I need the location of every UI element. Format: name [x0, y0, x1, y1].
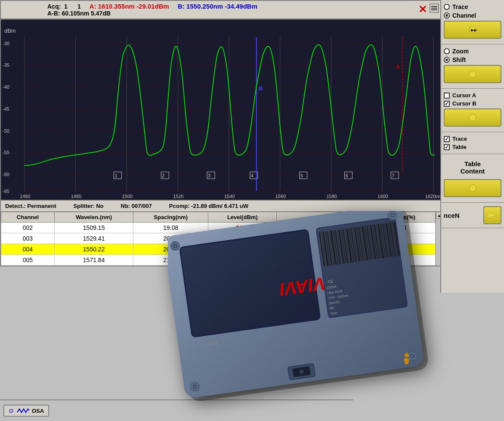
svg-text:B: B: [259, 85, 263, 92]
zoom-btn-icon: [466, 70, 479, 78]
cursor-b-label: Cursor B: [452, 100, 476, 107]
cursor-section: Cursor A ✓ Cursor B: [441, 89, 504, 132]
cell-channel: 004: [1, 244, 55, 255]
osa-wave-icon: ⊙: [9, 407, 14, 414]
cursor-a-checkbox[interactable]: [444, 93, 450, 99]
detect-info: Detect.: Permanent: [5, 203, 56, 209]
cell-channel: 005: [1, 255, 55, 266]
svg-text:-45: -45: [3, 106, 9, 111]
shift-radio-circle[interactable]: [444, 57, 450, 63]
table-content-btn[interactable]: [444, 179, 501, 197]
channel-mode-radio[interactable]: Channel: [444, 12, 501, 19]
splitter-info: Splitter: No: [73, 203, 103, 209]
trace-radio-circle[interactable]: [444, 4, 450, 10]
svg-text:-40: -40: [3, 84, 9, 90]
svg-line-122: [195, 385, 195, 388]
advance-icon: [486, 211, 499, 220]
cursor-a-check[interactable]: Cursor A: [444, 92, 501, 99]
mode-section: Trace Channel ▶▶: [441, 0, 504, 44]
svg-text:1540: 1540: [224, 194, 235, 199]
svg-text:7: 7: [392, 173, 394, 178]
svg-text:1560: 1560: [275, 194, 286, 199]
nb-info: Nb: 007/007: [121, 203, 152, 209]
zoom-shift-section: Zoom Shift: [441, 44, 504, 89]
detect-bar: Detect.: Permanent Splitter: No Nb: 007/…: [1, 200, 442, 212]
cursor-btn[interactable]: [444, 108, 501, 127]
cell-channel: 002: [1, 223, 55, 233]
cursor-b-checkbox[interactable]: ✓: [444, 101, 450, 107]
svg-line-114: [175, 245, 176, 247]
svg-text:1520: 1520: [173, 194, 183, 199]
svg-text:3: 3: [208, 173, 210, 178]
svg-text:2: 2: [162, 173, 164, 178]
svg-text:1600: 1600: [377, 194, 388, 199]
svg-text:1480: 1480: [71, 194, 81, 199]
cursor-b-check[interactable]: ✓ Cursor B: [444, 100, 501, 107]
svg-line-126: [412, 355, 413, 357]
trace-table-group: ✓ Trace ✓ Table: [444, 136, 501, 150]
svg-line-118: [393, 214, 393, 217]
svg-text:-65: -65: [3, 189, 9, 194]
svg-marker-58: [488, 213, 497, 218]
svg-text:-55: -55: [3, 150, 9, 155]
svg-text:CE: CE: [328, 279, 334, 284]
zoom-radio[interactable]: Zoom: [444, 48, 501, 55]
svg-text:1580: 1580: [327, 194, 337, 199]
trace-mode-radio[interactable]: Trace: [444, 3, 501, 10]
svg-text:-35: -35: [3, 62, 9, 68]
header-bar: Acq: 1 1 A: 1610.355nm -29.01dBm B: 1550…: [1, 1, 442, 19]
mode-action-btn[interactable]: ▶▶: [444, 21, 501, 39]
svg-text:4: 4: [251, 173, 254, 178]
cell-channel: 003: [1, 233, 55, 244]
menu-icon[interactable]: [430, 3, 439, 13]
trace-check[interactable]: ✓ Trace: [444, 136, 501, 142]
svg-text:-60: -60: [3, 172, 9, 177]
svg-text:A: A: [396, 64, 400, 70]
svg-point-130: [405, 353, 409, 357]
table-check-label: Table: [452, 144, 467, 150]
acq-info: Acq: 1 1: [47, 3, 81, 10]
shift-radio[interactable]: Shift: [444, 56, 501, 63]
svg-point-56: [469, 114, 476, 121]
ab-diff: A-B: 60.105nm 5.47dB: [47, 10, 111, 17]
table-content-section: Table Content: [441, 154, 504, 203]
osa-tab[interactable]: ⊙ OSA: [3, 405, 49, 417]
table-check[interactable]: ✓ Table: [444, 144, 501, 150]
cell-wavelen: 1571.84: [54, 255, 133, 266]
osa-tab-label: OSA: [32, 408, 44, 414]
svg-point-55: [469, 71, 476, 77]
zoom-shift-btn[interactable]: [444, 65, 501, 83]
svg-text:1: 1: [114, 173, 117, 178]
svg-text:1460: 1460: [20, 194, 30, 199]
svg-text:-50: -50: [3, 128, 9, 133]
device-image: VIAVI CE COSA Fiber M125 1200 - 1625nm 2…: [168, 211, 461, 413]
trace-checkbox[interactable]: ✓: [444, 136, 450, 142]
cursor-group: Cursor A ✓ Cursor B: [444, 92, 501, 107]
cursor-b-info: B: 1550.250nm -34.49dBm: [178, 3, 257, 10]
chart-svg: dBm -30 -35 -40 -45 -50 -55 -60 -65: [1, 20, 442, 200]
table-checkbox[interactable]: ✓: [444, 144, 450, 150]
zoom-radio-circle[interactable]: [444, 48, 450, 54]
mode-btn-icon: ▶▶: [466, 25, 479, 34]
svg-text:-30: -30: [3, 41, 9, 46]
cell-wavelen: 1550.22: [54, 244, 133, 255]
svg-text:5: 5: [300, 173, 303, 178]
channel-radio-circle[interactable]: [444, 12, 450, 19]
trace-table-section: ✓ Trace ✓ Table: [441, 132, 504, 154]
spectrum-chart[interactable]: dBm -30 -35 -40 -45 -50 -55 -60 -65: [1, 19, 442, 200]
shift-label: Shift: [452, 56, 466, 63]
table-content-icon: [466, 184, 479, 192]
cursor-a-info: A: 1610.355nm -29.01dBm: [90, 3, 169, 10]
table-content-title: Table Content: [444, 158, 501, 177]
channel-mode-label: Channel: [452, 12, 476, 19]
trace-mode-label: Trace: [452, 3, 468, 10]
osa-wave-svg: [16, 407, 29, 414]
svg-text:1500: 1500: [122, 194, 132, 199]
cell-wavelen: 1509.15: [54, 223, 133, 233]
advance-btn[interactable]: [483, 206, 501, 224]
col-channel: Channel: [1, 212, 55, 223]
trace-check-label: Trace: [452, 136, 467, 142]
close-button[interactable]: ✕: [418, 3, 427, 15]
zoom-shift-group: Zoom Shift: [444, 48, 501, 63]
svg-point-57: [469, 185, 476, 192]
